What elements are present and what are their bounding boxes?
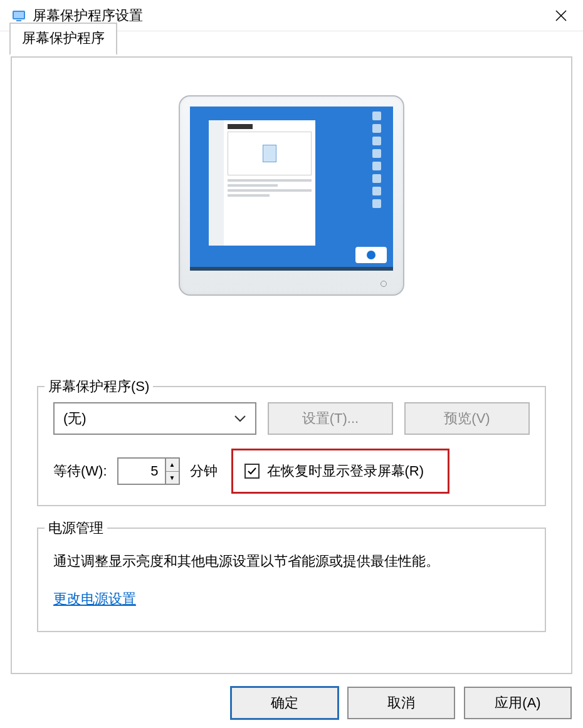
resume-checkbox[interactable] [244,464,260,479]
screensaver-combo[interactable]: (无) [53,402,256,435]
ok-button[interactable]: 确定 [231,687,339,719]
monitor-preview [179,95,404,296]
tab-panel: 屏幕保护程序(S) (无) 设置(T)... 预览(V) 等待(W): [11,56,572,674]
cancel-button[interactable]: 取消 [347,687,455,719]
chevron-down-icon [234,410,246,427]
tab-screensaver[interactable]: 屏幕保护程序 [9,23,117,55]
spinner-down[interactable]: ▼ [165,472,179,484]
apply-button[interactable]: 应用(A) [464,687,572,719]
close-button[interactable] [545,0,577,31]
dialog-footer: 确定 取消 应用(A) [231,687,572,719]
svg-rect-2 [16,20,21,21]
dialog-body: 屏幕保护程序 [11,56,572,674]
resume-checkbox-highlight: 在恢复时显示登录屏幕(R) [231,449,450,494]
power-settings-link[interactable]: 更改电源设置 [53,590,136,608]
check-icon [247,466,257,476]
preview-area [12,58,571,321]
resume-checkbox-label: 在恢复时显示登录屏幕(R) [267,462,424,481]
power-description: 通过调整显示亮度和其他电源设置以节省能源或提供最佳性能。 [53,550,530,572]
wait-value: 5 [118,459,165,484]
screensaver-group: 屏幕保护程序(S) (无) 设置(T)... 预览(V) 等待(W): [37,386,546,506]
spinner-up[interactable]: ▲ [165,459,179,472]
svg-rect-1 [14,12,24,18]
power-legend: 电源管理 [45,519,107,538]
settings-button[interactable]: 设置(T)... [268,402,393,435]
tab-label: 屏幕保护程序 [22,30,105,46]
power-group: 电源管理 通过调整显示亮度和其他电源设置以节省能源或提供最佳性能。 更改电源设置 [37,528,546,632]
wait-spinner[interactable]: 5 ▲ ▼ [117,457,180,485]
app-icon [11,8,26,23]
close-icon [555,10,567,21]
wait-label: 等待(W): [53,462,107,481]
preview-button[interactable]: 预览(V) [404,402,530,435]
screensaver-selected: (无) [63,409,87,428]
window-title: 屏幕保护程序设置 [33,6,545,25]
wait-unit: 分钟 [190,462,218,481]
screensaver-legend: 屏幕保护程序(S) [45,377,153,396]
